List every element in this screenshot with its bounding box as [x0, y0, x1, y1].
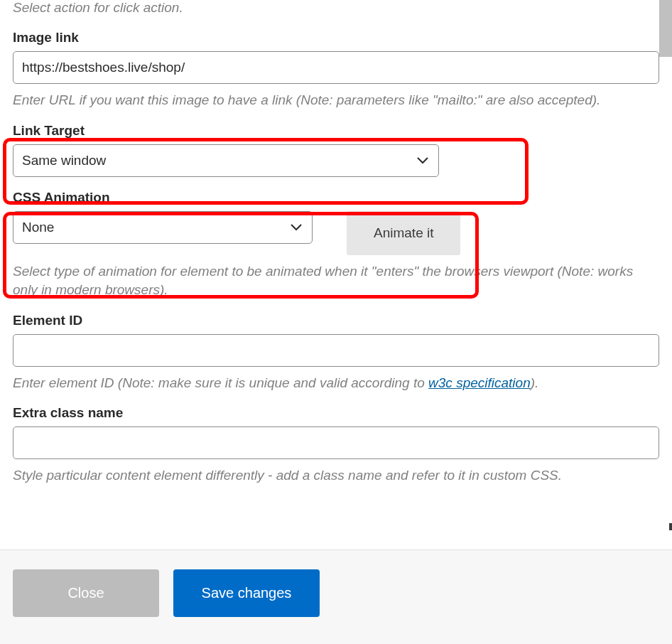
link-target-select[interactable]: Same window [13, 144, 439, 177]
extra-class-group: Extra class name Style particular conten… [13, 405, 659, 485]
element-id-help: Enter element ID (Note: make sure it is … [13, 374, 659, 393]
w3c-spec-link[interactable]: w3c specification [428, 375, 531, 390]
scrollbar-thumb[interactable] [659, 0, 672, 57]
image-link-label: Image link [13, 30, 659, 45]
save-changes-button[interactable]: Save changes [173, 569, 320, 617]
extra-class-label: Extra class name [13, 405, 659, 421]
link-target-select-wrapper: Same window [13, 144, 439, 177]
element-id-input[interactable] [13, 334, 659, 367]
extra-class-help: Style particular content element differe… [13, 466, 659, 485]
image-link-help: Enter URL if you want this image to have… [13, 91, 659, 110]
image-link-input[interactable] [13, 51, 659, 84]
css-animation-label: CSS Animation [13, 190, 659, 205]
element-id-help-prefix: Enter element ID (Note: make sure it is … [13, 375, 428, 390]
right-edge-indicator [669, 523, 672, 530]
link-target-label: Link Target [13, 123, 659, 139]
element-id-label: Element ID [13, 313, 659, 328]
css-animation-select[interactable]: None [13, 211, 313, 244]
footer-bar: Close Save changes [0, 549, 672, 644]
link-target-group: Link Target Same window [13, 123, 659, 177]
css-animation-select-wrapper: None [13, 211, 313, 244]
close-button[interactable]: Close [13, 569, 159, 617]
extra-class-input[interactable] [13, 426, 659, 459]
intro-text: Select action for click action. [13, 0, 659, 16]
scrollbar-track[interactable] [659, 0, 672, 644]
settings-form: Select action for click action. Image li… [0, 0, 672, 547]
image-link-group: Image link Enter URL if you want this im… [13, 30, 659, 110]
css-animation-help: Select type of animation for element to … [13, 262, 659, 300]
css-animation-group: CSS Animation None Animate it Select typ… [13, 190, 659, 300]
css-animation-row: None Animate it [13, 211, 659, 255]
element-id-help-suffix: ). [531, 375, 539, 390]
animate-it-button[interactable]: Animate it [347, 211, 460, 255]
element-id-group: Element ID Enter element ID (Note: make … [13, 313, 659, 393]
